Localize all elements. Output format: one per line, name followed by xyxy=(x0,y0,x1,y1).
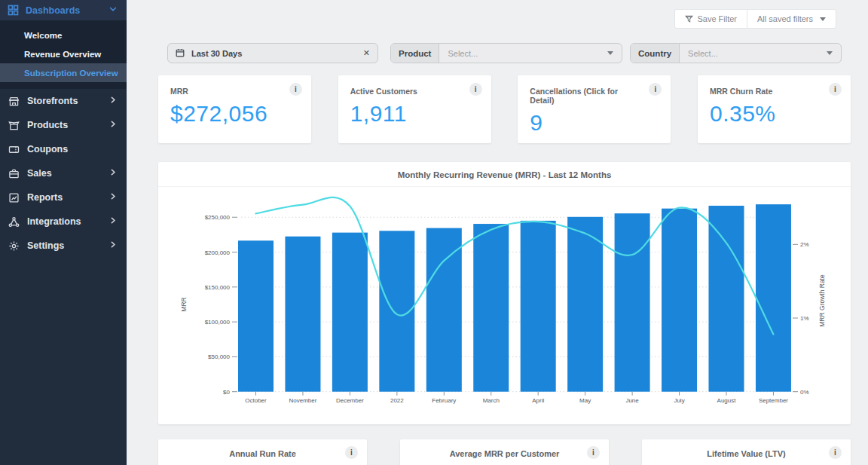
info-icon[interactable]: i xyxy=(829,446,842,459)
sidebar-item-integrations[interactable]: Integrations xyxy=(0,210,127,234)
country-filter-label: Country xyxy=(631,44,680,63)
info-icon[interactable]: i xyxy=(289,83,302,96)
reports-chart-icon xyxy=(8,192,20,203)
kpi-card-mrr-churn-rate: MRR Churn Rate 0.35% i xyxy=(698,75,851,143)
x-axis-label: October xyxy=(245,397,267,404)
sidebar-item-label: Integrations xyxy=(27,216,109,227)
x-axis-label: 2022 xyxy=(390,397,404,404)
main-content: Save Filter All saved filters Last 30 Da… xyxy=(127,0,868,465)
caret-down-icon xyxy=(820,44,841,63)
info-icon[interactable]: i xyxy=(649,83,662,96)
settings-gear-icon xyxy=(8,240,20,252)
sidebar-item-label: Dashboards xyxy=(26,5,108,16)
kpi-value: 9 xyxy=(530,110,659,136)
sales-briefcase-icon xyxy=(8,168,20,179)
dashboards-submenu: Welcome Revenue Overview Subscription Ov… xyxy=(0,20,127,89)
bar-July[interactable] xyxy=(662,209,697,392)
date-range-value: Last 30 Days xyxy=(191,49,363,58)
info-icon[interactable]: i xyxy=(469,83,482,96)
sidebar-item-welcome[interactable]: Welcome xyxy=(0,26,127,44)
sidebar-item-sales[interactable]: Sales xyxy=(0,161,127,185)
sidebar-item-settings[interactable]: Settings xyxy=(0,234,127,258)
bar-April[interactable] xyxy=(521,221,556,392)
info-icon[interactable]: i xyxy=(829,83,842,96)
x-axis-label: December xyxy=(336,397,364,404)
kpi-card-cancellations[interactable]: Cancellations (Click for Detail) 9 i xyxy=(518,75,671,143)
bar-August[interactable] xyxy=(709,206,744,392)
chevron-right-icon xyxy=(109,168,117,179)
country-select-placeholder: Select... xyxy=(680,44,820,63)
saved-filters-label: All saved filters xyxy=(757,14,813,23)
chart-title: Monthly Recurring Revenue (MRR) - Last 1… xyxy=(158,162,851,187)
bar-May[interactable] xyxy=(567,217,603,392)
left-axis-tick-label: $200,000 xyxy=(205,249,231,256)
right-axis-tick-label: 1% xyxy=(800,315,809,322)
bar-December[interactable] xyxy=(332,233,368,392)
card-title: Lifetime Value (LTV) xyxy=(642,449,851,458)
sidebar-item-label: Reports xyxy=(27,192,109,203)
right-axis-title: MRR Growth Rate xyxy=(818,274,826,327)
coupon-ticket-icon xyxy=(8,144,20,155)
card-average-mrr-per-customer: Average MRR per Customer i xyxy=(400,439,609,465)
kpi-row: MRR $272,056 i Active Customers 1,911 i … xyxy=(158,75,851,143)
info-icon[interactable]: i xyxy=(345,446,358,459)
left-axis-tick-label: $100,000 xyxy=(205,319,231,326)
sidebar-item-label: Coupons xyxy=(27,144,117,154)
country-filter[interactable]: Country Select... xyxy=(630,43,842,63)
card-title: Average MRR per Customer xyxy=(400,449,609,458)
product-select-placeholder: Select... xyxy=(439,44,601,63)
sidebar-item-reports[interactable]: Reports xyxy=(0,185,127,210)
sidebar-item-storefronts[interactable]: Storefronts xyxy=(0,89,127,113)
x-axis-label: April xyxy=(532,397,544,404)
sidebar-item-products[interactable]: Products xyxy=(0,113,127,137)
chevron-right-icon xyxy=(109,96,117,106)
x-axis-label: September xyxy=(759,397,788,404)
sidebar-item-revenue-overview[interactable]: Revenue Overview xyxy=(0,44,127,63)
save-filter-button[interactable]: Save Filter xyxy=(674,9,747,29)
x-axis-label: June xyxy=(625,397,639,404)
right-axis-tick-label: 2% xyxy=(800,241,809,248)
right-axis-tick-label: 0% xyxy=(800,389,809,396)
mrr-chart-card: Monthly Recurring Revenue (MRR) - Last 1… xyxy=(158,162,851,424)
left-axis-tick-label: $150,000 xyxy=(205,284,231,291)
all-saved-filters-dropdown[interactable]: All saved filters xyxy=(747,9,836,29)
sidebar-item-subscription-overview[interactable]: Subscription Overview xyxy=(0,63,127,82)
integrations-nodes-icon xyxy=(8,216,20,228)
left-axis-tick-label: $250,000 xyxy=(205,214,231,221)
dashboards-grid-icon xyxy=(8,5,19,16)
caret-down-icon xyxy=(601,44,622,63)
calendar-icon xyxy=(176,47,185,60)
kpi-label: MRR Churn Rate xyxy=(710,87,839,96)
bar-March[interactable] xyxy=(473,224,509,392)
product-filter-label: Product xyxy=(391,44,439,63)
chevron-right-icon xyxy=(109,216,117,227)
kpi-value: $272,056 xyxy=(170,101,299,127)
card-annual-run-rate: Annual Run Rate i xyxy=(158,439,367,465)
storefront-icon xyxy=(8,96,20,107)
card-title: Annual Run Rate xyxy=(158,449,367,458)
bar-October[interactable] xyxy=(238,240,274,391)
left-axis-tick-label: $50,000 xyxy=(208,353,230,360)
bar-September[interactable] xyxy=(756,204,791,392)
sidebar-item-dashboards[interactable]: Dashboards xyxy=(0,0,127,20)
clear-date-filter-icon[interactable]: ✕ xyxy=(363,49,370,57)
chevron-down-icon xyxy=(108,5,118,16)
kpi-label: MRR xyxy=(170,87,299,96)
date-range-filter[interactable]: Last 30 Days ✕ xyxy=(167,43,378,63)
bar-February[interactable] xyxy=(426,228,462,392)
kpi-label: Cancellations (Click for Detail) xyxy=(530,87,659,105)
kpi-card-active-customers: Active Customers 1,911 i xyxy=(338,75,491,143)
bar-November[interactable] xyxy=(285,237,320,392)
sidebar: Dashboards Welcome Revenue Overview Subs… xyxy=(0,0,127,465)
bar-June[interactable] xyxy=(615,213,650,392)
left-axis-title: MRR xyxy=(180,297,188,311)
product-filter[interactable]: Product Select... xyxy=(390,43,622,63)
sidebar-item-label: Products xyxy=(27,120,109,130)
sidebar-item-label: Storefronts xyxy=(27,96,109,106)
x-axis-label: November xyxy=(289,397,316,404)
x-axis-label: March xyxy=(483,397,500,404)
x-axis-label: February xyxy=(432,397,456,404)
info-icon[interactable]: i xyxy=(587,446,600,459)
funnel-icon xyxy=(685,15,693,23)
sidebar-item-coupons[interactable]: Coupons xyxy=(0,137,127,161)
